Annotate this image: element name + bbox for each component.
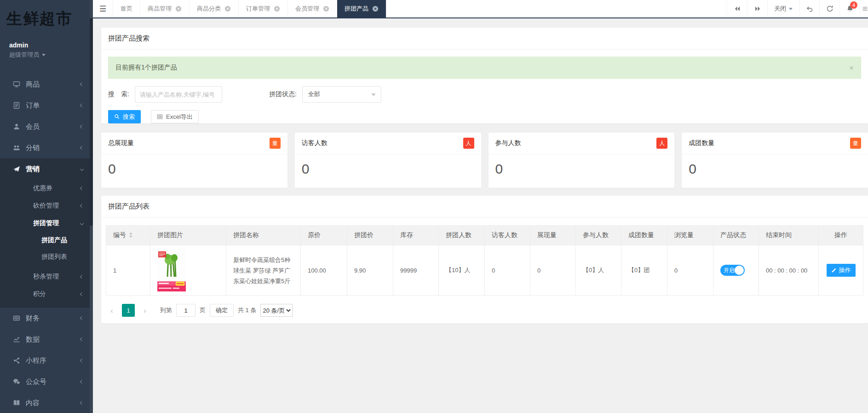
row-action-button[interactable]: 操作 xyxy=(827,264,856,277)
sidebar-item-label: 砍价管理 xyxy=(33,202,80,210)
col-header-id[interactable]: 编号 xyxy=(106,226,150,245)
tab-home[interactable]: 首页 xyxy=(113,0,140,17)
user-role-label: 超级管理员 xyxy=(9,51,39,59)
stat-card-groups-formed: 成团数量 量 0 xyxy=(682,133,868,188)
sidebar-item-label: 会员 xyxy=(26,122,80,131)
page-size-select[interactable]: 20 条/页 xyxy=(260,304,293,317)
stat-card-participants: 参与人数 人 0 xyxy=(489,133,675,188)
more-menu-button[interactable] xyxy=(860,0,868,17)
excel-export-button[interactable]: Excel导出 xyxy=(151,110,199,123)
sidebar-item-finance[interactable]: 财务 xyxy=(0,308,90,329)
search-button[interactable]: 搜索 xyxy=(108,110,141,123)
tab-close-icon[interactable] xyxy=(323,6,329,12)
username: admin xyxy=(9,41,90,49)
sidebar-item-label: 公众号 xyxy=(26,378,80,386)
caret-down-icon xyxy=(42,54,46,56)
cell-actions: 操作 xyxy=(819,245,863,296)
sidebar-item-label: 财务 xyxy=(26,314,80,323)
sidebar-item-goods[interactable]: 商品 xyxy=(0,74,90,95)
chevron-left-icon xyxy=(80,292,84,296)
sidebar-item-content[interactable]: 内容 xyxy=(0,392,90,413)
sidebar-item-label: 小程序 xyxy=(26,356,80,365)
col-header-participants: 参与人数 xyxy=(576,226,621,245)
back-button[interactable] xyxy=(799,0,819,17)
caret-down-icon xyxy=(789,8,793,10)
sidebar-item-label: 内容 xyxy=(26,399,80,407)
sidebar-item-seckill[interactable]: 秒杀管理 xyxy=(0,268,90,285)
info-alert: 目前拥有1个拼团产品 × xyxy=(108,57,861,79)
topbar: ☰ 首页 商品管理 商品分类 订单管理 会员管理 拼团产品 关闭 xyxy=(93,0,868,18)
tab-scroll-right-button[interactable] xyxy=(747,0,767,17)
tab-goods-management[interactable]: 商品管理 xyxy=(140,0,190,17)
sidebar-scrollbar[interactable] xyxy=(90,0,93,413)
sidebar-item-label: 商品 xyxy=(26,80,80,89)
tab-close-icon[interactable] xyxy=(372,6,379,12)
col-header-end-time: 结束时间 xyxy=(759,226,819,245)
tab-group-product[interactable]: 拼团产品 xyxy=(337,0,386,17)
next-page-button[interactable]: › xyxy=(139,304,151,317)
tab-goods-category[interactable]: 商品分类 xyxy=(190,0,239,17)
notifications-button[interactable]: 4 xyxy=(839,0,860,17)
chevron-left-icon xyxy=(80,104,84,107)
user-role-dropdown[interactable]: 超级管理员 xyxy=(9,51,90,59)
pagination: ‹ 1 › 到第 页 确定 共 1 条 20 条/页 xyxy=(106,304,863,317)
stat-label: 参与人数 xyxy=(495,139,521,147)
sidebar-item-orders[interactable]: 订单 xyxy=(0,95,90,116)
wechat-icon xyxy=(13,378,20,385)
scrollbar-thumb[interactable] xyxy=(90,18,93,226)
chevron-left-icon xyxy=(80,359,84,362)
sidebar-item-distribution[interactable]: 分销 xyxy=(0,137,90,158)
tab-close-icon[interactable] xyxy=(274,6,280,12)
main-content: 拼团产品搜索 目前拥有1个拼团产品 × 搜 索: 拼团状态: 全部 搜索 Exc… xyxy=(93,19,868,413)
group-product-list-panel: 拼团产品列表 编号 拼团图片 拼团名称 原价 拼团价 库存 拼团人数 访客人数 xyxy=(101,196,868,323)
sidebar-item-label: 数据 xyxy=(26,335,80,344)
prev-page-button[interactable]: ‹ xyxy=(106,304,118,317)
sidebar-item-bargain[interactable]: 砍价管理 xyxy=(0,197,90,215)
sidebar-item-data[interactable]: 数据 xyxy=(0,329,90,350)
sidebar-item-miniapp[interactable]: 小程序 xyxy=(0,350,90,371)
cell-product-name: 新鲜时令蔬菜组合5种 球生菜 罗莎绿 芦笋广 东菜心娃娃菜净重5斤 xyxy=(226,245,301,296)
search-panel-title: 拼团产品搜索 xyxy=(101,28,868,50)
cell-id: 1 xyxy=(106,245,150,296)
sidebar-item-members[interactable]: 会员 xyxy=(0,116,90,137)
sidebar-item-group-management[interactable]: 拼团管理 xyxy=(0,215,90,232)
goto-confirm-button[interactable]: 确定 xyxy=(210,304,234,317)
status-field-label: 拼团状态: xyxy=(269,90,297,99)
sidebar: 生鲜超市 admin 超级管理员 商品 订单 会员 分销 xyxy=(0,0,90,413)
search-input[interactable] xyxy=(135,86,222,103)
tab-label: 商品管理 xyxy=(148,5,172,13)
sidebar-item-coupons[interactable]: 优惠券 xyxy=(0,180,90,197)
close-tabs-label: 关闭 xyxy=(774,5,786,13)
tab-member-management[interactable]: 会员管理 xyxy=(288,0,337,17)
sidebar-item-points[interactable]: 积分 xyxy=(0,285,90,303)
status-toggle[interactable]: 开启 xyxy=(720,265,745,276)
sidebar-item-group-product[interactable]: 拼团产品 xyxy=(0,232,90,249)
stat-badge: 量 xyxy=(850,138,861,149)
chart-line-icon xyxy=(13,336,20,343)
product-image[interactable] xyxy=(157,249,186,291)
col-header-group-price: 拼团价 xyxy=(347,226,393,245)
chevron-down-icon xyxy=(80,167,84,171)
goto-page-input[interactable] xyxy=(176,304,195,317)
sidebar-item-group-list[interactable]: 拼团列表 xyxy=(0,249,90,265)
sidebar-item-official-account[interactable]: 公众号 xyxy=(0,371,90,392)
sidebar-item-marketing[interactable]: 营销 xyxy=(0,158,90,180)
col-header-image: 拼团图片 xyxy=(150,226,226,245)
refresh-button[interactable] xyxy=(819,0,839,17)
col-header-groups-formed: 成团数量 xyxy=(621,226,667,245)
alert-close-icon[interactable]: × xyxy=(849,64,854,72)
group-status-select[interactable]: 全部 xyxy=(302,86,381,103)
tab-close-icon[interactable] xyxy=(175,6,182,12)
close-tabs-dropdown[interactable]: 关闭 xyxy=(767,0,799,17)
current-page-button[interactable]: 1 xyxy=(122,304,135,317)
tab-close-icon[interactable] xyxy=(224,6,231,12)
sort-icon[interactable] xyxy=(129,232,133,239)
tab-scroll-left-button[interactable] xyxy=(727,0,747,17)
menu-toggle-button[interactable]: ☰ xyxy=(93,0,113,17)
search-panel: 拼团产品搜索 目前拥有1个拼团产品 × 搜 索: 拼团状态: 全部 搜索 Exc… xyxy=(101,28,868,123)
status-selected-value: 全部 xyxy=(308,90,320,99)
tab-order-management[interactable]: 订单管理 xyxy=(239,0,288,17)
chevron-left-icon xyxy=(80,125,84,128)
sidebar-item-label: 积分 xyxy=(33,290,80,298)
cell-views: 0 xyxy=(667,245,713,296)
